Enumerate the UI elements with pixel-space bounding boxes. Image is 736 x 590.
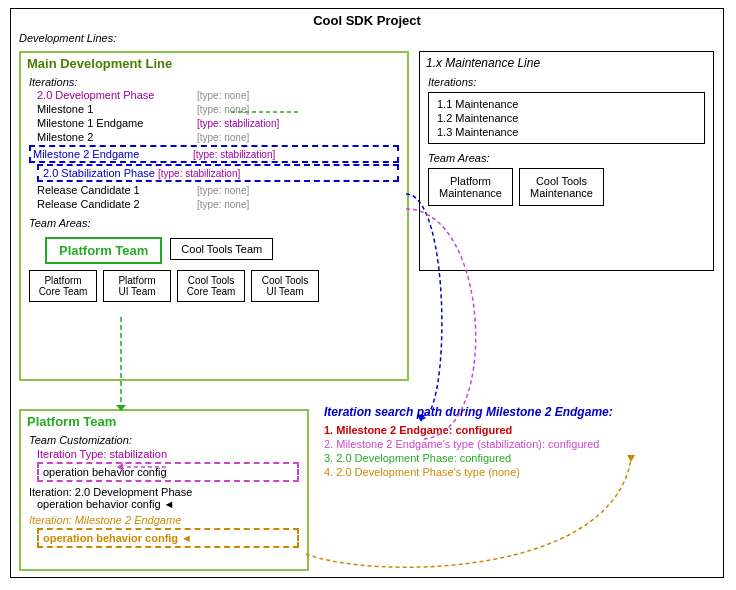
main-dev-line-box: Main Development Line Iterations: 2.0 De… bbox=[19, 51, 409, 381]
maint-teams-row: PlatformMaintenance Cool ToolsMaintenanc… bbox=[428, 168, 705, 206]
maint-iter-1: 1.1 Maintenance bbox=[437, 97, 696, 111]
iter-rc2: Release Candidate 2 [type: none] bbox=[21, 197, 407, 211]
maint-iter-2: 1.2 Maintenance bbox=[437, 111, 696, 125]
platform-core-team: PlatformCore Team bbox=[29, 270, 97, 302]
iter-m1-endgame: Milestone 1 Endgame [type: stabilization… bbox=[21, 116, 407, 130]
search-path-box: Iteration search path during Milestone 2… bbox=[316, 399, 716, 485]
iter-m2-label: Iteration: Milestone 2 Endgame bbox=[21, 514, 307, 526]
outer-container: Cool SDK Project Development Lines: Main… bbox=[10, 8, 724, 578]
team-areas-label: Team Areas: bbox=[21, 217, 407, 229]
iter-2dev: 2.0 Development Phase [type: none] bbox=[21, 88, 407, 102]
dev-lines-label: Development Lines: bbox=[11, 32, 723, 44]
search-item-1: 1. Milestone 2 Endgame: configured bbox=[324, 423, 708, 437]
platform-detail-title: Platform Team bbox=[21, 411, 307, 432]
platform-team-label: Platform Team bbox=[45, 237, 162, 264]
oper-behav-config-1: operation behavior config bbox=[37, 462, 299, 482]
platform-ui-team: PlatformUI Team bbox=[103, 270, 171, 302]
stab-phase-dashed: 2.0 Stabilization Phase [type: stabiliza… bbox=[37, 164, 399, 182]
maint-iterations-box: 1.1 Maintenance 1.2 Maintenance 1.3 Main… bbox=[428, 92, 705, 144]
cool-tools-team-label: Cool Tools Team bbox=[170, 238, 273, 260]
search-item-4: 4. 2.0 Development Phase's type (none) bbox=[324, 465, 708, 479]
cool-tools-core-team: Cool ToolsCore Team bbox=[177, 270, 245, 302]
sub-teams-row: PlatformCore Team PlatformUI Team Cool T… bbox=[29, 270, 399, 302]
maint-iterations-label: Iterations: bbox=[420, 76, 713, 88]
iter-m2: Milestone 2 [type: none] bbox=[21, 130, 407, 144]
oper-behav-config-2: operation behavior config ◄ bbox=[21, 498, 307, 510]
iter-m1: Milestone 1 [type: none] bbox=[21, 102, 407, 116]
search-item-3: 3. 2.0 Development Phase: configured bbox=[324, 451, 708, 465]
platform-detail-box: Platform Team Team Customization: Iterat… bbox=[19, 409, 309, 571]
iterations-label: Iterations: bbox=[21, 76, 407, 88]
cool-tools-ui-team: Cool ToolsUI Team bbox=[251, 270, 319, 302]
platform-maintenance: PlatformMaintenance bbox=[428, 168, 513, 206]
iter-2dev-label: Iteration: 2.0 Development Phase bbox=[21, 486, 307, 498]
iter-type-stab: Iteration Type: stabilization bbox=[21, 448, 307, 460]
iter-rc1: Release Candidate 1 [type: none] bbox=[21, 183, 407, 197]
search-path-title: Iteration search path during Milestone 2… bbox=[324, 405, 708, 419]
maint-team-areas-label: Team Areas: bbox=[420, 152, 713, 164]
main-dev-title: Main Development Line bbox=[21, 53, 407, 74]
cool-tools-maintenance: Cool ToolsMaintenance bbox=[519, 168, 604, 206]
milestone2-endgame-dashed: Milestone 2 Endgame [type: stabilization… bbox=[29, 145, 399, 163]
teams-row: Platform Team Cool Tools Team bbox=[21, 233, 407, 264]
team-custom-label: Team Customization: bbox=[21, 434, 307, 446]
maintenance-title: 1.x Maintenance Line bbox=[420, 52, 713, 74]
oper-behav-config-3: operation behavior config ◄ bbox=[37, 528, 299, 548]
maintenance-line-box: 1.x Maintenance Line Iterations: 1.1 Mai… bbox=[419, 51, 714, 271]
maint-iter-3: 1.3 Maintenance bbox=[437, 125, 696, 139]
search-item-2: 2. Milestone 2 Endgame's type (stabiliza… bbox=[324, 437, 708, 451]
outer-title: Cool SDK Project bbox=[11, 9, 723, 30]
